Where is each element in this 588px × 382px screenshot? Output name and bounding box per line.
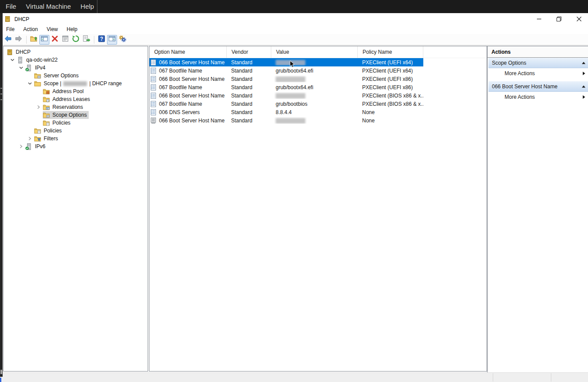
option-name-cell: 067 Bootfile Name [149, 101, 227, 107]
show-action-pane-icon [108, 35, 116, 45]
minimize-button[interactable] [533, 14, 546, 24]
back-icon [4, 35, 12, 45]
list-row[interactable]: 066 Boot Server Host NameStandardNone [149, 116, 423, 125]
menu-file[interactable]: File [0, 25, 19, 34]
tree-item-address-pool[interactable]: Address Pool [3, 87, 148, 95]
list-row[interactable]: 066 Boot Server Host NameStandardPXEClie… [149, 91, 423, 100]
chevron-expanded-icon[interactable] [17, 64, 25, 72]
tree-item-policies[interactable]: Policies [3, 127, 148, 135]
column-header-option-name[interactable]: Option Name [149, 46, 227, 58]
taskbar-artifact [0, 378, 1, 382]
tree-item-body-policies: Policies [34, 127, 63, 135]
configure-icon [118, 35, 127, 45]
tree-item-label: Policies [43, 128, 62, 134]
up-one-level-button[interactable] [29, 35, 39, 45]
restore-button[interactable] [552, 14, 565, 24]
tree-item-label: qa-odc-win22 [25, 57, 58, 63]
policy-name-cell: None [358, 118, 423, 124]
mmc-titlebar: DHCP [0, 13, 588, 25]
vm-menu-help[interactable]: Help [76, 0, 99, 13]
minimize-icon [536, 16, 542, 21]
tree-item-label: Filters [43, 135, 58, 142]
up-one-level-icon [30, 35, 38, 45]
column-header-value[interactable]: Value [271, 46, 358, 58]
close-button[interactable] [572, 14, 585, 24]
tree-item-label: IPv4 [34, 65, 45, 71]
tree-item-label: Address Pool [52, 88, 83, 94]
chevron-up-icon[interactable] [579, 85, 588, 88]
list-body: 066 Boot Server Host NameStandardPXEClie… [149, 58, 487, 125]
vendor-cell: Standard [227, 118, 271, 124]
list-row[interactable]: 067 Bootfile NameStandardgrub/bootbiosPX… [149, 100, 423, 108]
chevron-up-icon[interactable] [579, 61, 588, 65]
menu-view[interactable]: View [42, 25, 62, 34]
mouse-cursor [290, 60, 295, 70]
tree-item-address-leases[interactable]: Address Leases [3, 95, 148, 103]
policy-name-cell: PXEClient (BIOS x86 & x... [358, 101, 423, 107]
chevron-right-icon [579, 71, 588, 76]
forward-button[interactable] [14, 35, 24, 45]
chevron-expanded-icon[interactable] [8, 56, 17, 64]
vendor-cell: Standard [227, 76, 271, 82]
chevron-expanded-icon[interactable] [25, 80, 34, 87]
option-name-cell: 066 Boot Server Host Name [149, 93, 227, 99]
actions-section-header-066-boot-server-host-name[interactable]: 066 Boot Server Host Name [488, 81, 588, 92]
help-button[interactable]: ? [97, 35, 107, 45]
value-cell [271, 59, 358, 65]
tree-item-qa-odc-win22[interactable]: qa-odc-win22 [3, 56, 148, 64]
chevron-collapsed-icon[interactable] [25, 135, 34, 142]
actions-item-more-actions[interactable]: More Actions [488, 92, 588, 102]
show-console-tree-button[interactable] [39, 35, 49, 45]
redacted-value [276, 118, 305, 124]
list-row[interactable]: 066 Boot Server Host NameStandardPXEClie… [149, 75, 423, 83]
policy-name-cell: PXEClient (UEFI x64) [358, 59, 423, 66]
column-header-vendor[interactable]: Vendor [227, 46, 271, 58]
list-row[interactable]: 067 Bootfile NameStandardgrub/bootx64.ef… [149, 83, 423, 91]
option-name-cell: 067 Bootfile Name [149, 68, 227, 74]
option-icon [151, 76, 157, 82]
value-cell: 8.8.4.4 [271, 109, 358, 115]
tree-item-scope[interactable]: Scope || DHCP range [3, 80, 148, 87]
vendor-cell: Standard [227, 59, 271, 66]
tree-item-ipv6[interactable]: IPv6 [3, 142, 148, 150]
export-list-button[interactable] [81, 35, 91, 45]
value-cell [271, 92, 358, 98]
tree-item-server-options[interactable]: Server Options [3, 72, 148, 80]
chevron-collapsed-icon[interactable] [34, 103, 43, 111]
chevron-collapsed-icon[interactable] [17, 142, 25, 150]
back-button[interactable] [3, 35, 13, 45]
menu-help[interactable]: Help [62, 25, 82, 34]
vm-menu-file[interactable]: File [0, 0, 21, 13]
tree-item-policies[interactable]: Policies [3, 119, 148, 127]
tree-item-dhcp[interactable]: DHCP [3, 48, 148, 56]
actions-item-more-actions[interactable]: More Actions [488, 68, 588, 79]
expander-blank [34, 95, 43, 103]
folder-filter-icon [34, 135, 43, 142]
vendor-cell: Standard [227, 101, 271, 107]
menu-action[interactable]: Action [19, 25, 42, 34]
statusbar-divider [551, 373, 551, 382]
list-row[interactable]: 067 Bootfile NameStandardgrub/bootx64.ef… [149, 66, 423, 75]
tree-item-body-address-leases: Address Leases [43, 95, 92, 103]
tree-item-reservations[interactable]: Reservations [3, 103, 148, 111]
refresh-button[interactable] [71, 35, 81, 45]
tree-item-ipv4[interactable]: IPv4 [3, 64, 148, 72]
vm-menu-virtual-machine[interactable]: Virtual Machine [21, 0, 76, 13]
actions-section-header-scope-options[interactable]: Scope Options [488, 58, 588, 68]
properties-button[interactable] [60, 35, 70, 45]
configure-button[interactable] [118, 35, 128, 45]
value-cell [271, 76, 358, 82]
tree-item-scope-options[interactable]: Scope Options [3, 111, 148, 119]
window-title: DHCP [14, 16, 29, 22]
tree-item-label: IPv6 [34, 143, 45, 149]
list-row[interactable]: 066 Boot Server Host NameStandardPXEClie… [149, 58, 423, 66]
list-row[interactable]: 006 DNS ServersStandard8.8.4.4None [149, 108, 423, 116]
column-header-policy-name[interactable]: Policy Name [358, 46, 423, 58]
delete-button[interactable] [50, 35, 60, 45]
actions-pane-title: Actions [488, 46, 588, 58]
show-action-pane-button[interactable] [107, 35, 117, 45]
mmc-toolbar: ? [0, 34, 588, 45]
tree-item-filters[interactable]: Filters [3, 135, 148, 142]
tree-item-body-address-pool: Address Pool [43, 87, 85, 95]
option-name-cell: 067 Bootfile Name [149, 84, 227, 90]
